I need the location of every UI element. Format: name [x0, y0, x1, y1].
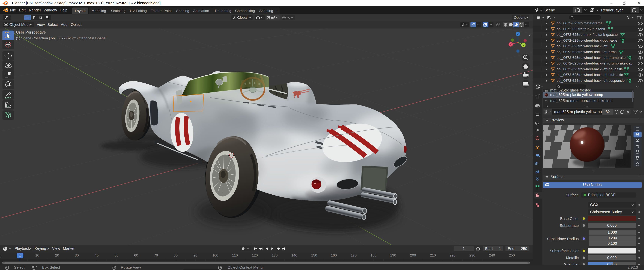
- svg-text:Y: Y: [522, 43, 524, 47]
- svg-text:X: X: [510, 43, 512, 46]
- svg-text:Z: Z: [517, 32, 519, 35]
